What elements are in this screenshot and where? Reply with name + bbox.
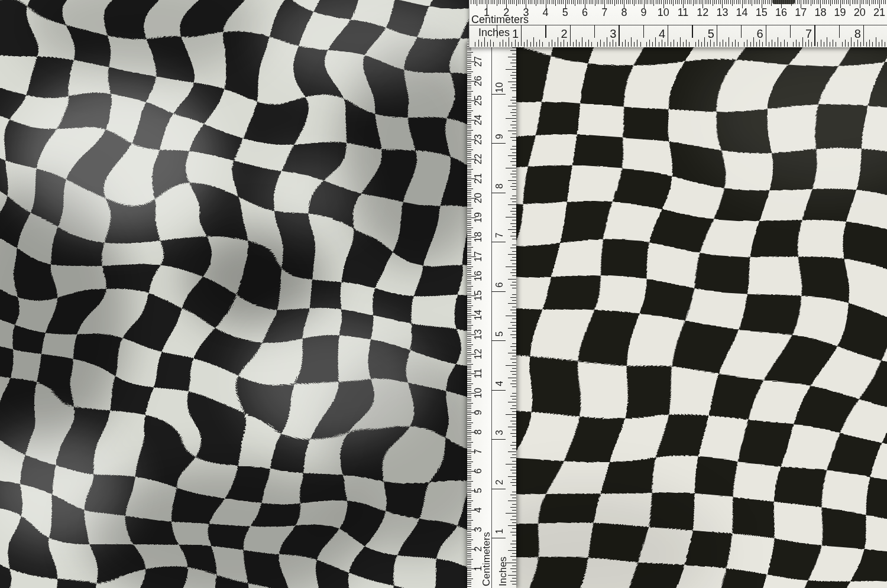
inch-tick-mark [478,40,479,47]
inch-tick-mark [545,25,546,38]
inch-tick-mark [784,40,785,47]
inch-tick-mark [588,40,589,47]
inch-tick-mark [555,42,555,47]
inch-tick-mark [512,165,517,165]
inch-tick-mark [836,42,836,47]
inch-tick-mark [508,57,516,57]
inch-tick-mark [640,42,641,47]
inch-tick-mark [842,42,843,47]
inch-tick-mark [491,143,506,144]
inch-tick-mark [582,37,582,47]
inch-tick-mark [512,54,517,54]
inch-tick-mark [512,134,517,134]
inch-tick-mark [701,42,702,47]
inch-tick-mark [766,25,766,46]
inch-number: 2 [561,28,568,40]
inch-tick-mark [512,97,517,98]
inch-tick-mark [508,402,516,402]
inch-tick-mark [854,42,854,47]
inch-tick-mark [811,42,812,47]
inch-number: 9 [495,134,504,139]
inch-tick-mark [530,42,531,47]
inch-tick-mark [610,42,610,47]
inch-tick-mark [508,427,516,427]
inch-tick-mark [628,42,629,47]
inch-tick-mark [508,229,516,230]
inch-tick-mark [510,125,517,125]
inch-tick-mark [510,568,517,569]
inch-tick-mark [704,37,705,47]
inch-tick-mark [508,204,516,205]
inch-tick-mark [860,42,861,47]
inch-tick-mark [512,245,517,245]
inch-tick-mark [512,183,517,184]
inch-tick-mark [796,40,797,47]
inch-tick-mark [512,208,517,209]
inch-tick-mark [512,454,517,455]
fabric-product-photo: 1234567891011121314151617181920212223242… [0,0,887,588]
inch-tick-mark [882,40,882,47]
horizontal-centimeters-label: Centimeters [471,14,529,25]
inch-number: 5 [708,28,714,40]
inch-tick-mark [512,362,517,363]
inch-tick-mark [738,42,739,47]
inch-tick-mark [683,42,684,47]
inch-tick-mark [750,42,751,47]
inch-tick-mark [512,399,517,399]
inch-tick-mark [512,331,517,332]
inch-tick-mark [622,42,623,47]
inch-tick-mark [510,161,517,162]
inch-tick-mark [579,42,580,47]
inch-tick-mark [637,40,637,47]
inch-tick-mark [510,495,517,495]
inch-tick-mark [512,90,517,91]
inch-tick-mark [604,42,604,47]
inch-tick-mark [781,42,781,47]
inch-tick-mark [510,433,517,434]
horizontal-inch-scale: 12345678 [470,0,887,47]
inch-tick-mark [512,103,517,103]
inch-tick-mark [512,72,517,73]
inch-tick-mark [506,168,516,168]
inch-tick-mark [753,37,754,47]
inch-tick-mark [710,40,711,47]
inch-tick-mark [863,25,864,46]
inch-tick-mark [698,40,699,47]
inch-tick-mark [506,267,516,267]
inch-tick-mark [508,303,516,304]
inch-tick-mark [775,42,775,47]
inch-tick-mark [510,421,517,421]
inch-tick-mark [512,121,517,122]
inch-tick-mark [512,449,517,449]
inch-tick-mark [793,42,794,47]
inch-tick-mark [799,42,799,47]
inch-tick-mark [686,40,687,47]
inch-tick-mark [475,42,475,47]
inch-number: 8 [495,183,504,189]
inch-number: 4 [659,28,665,40]
inch-tick-mark [613,40,613,47]
inch-tick-mark [508,501,516,501]
inch-tick-mark [508,82,516,82]
vertical-inch-scale: 1234567891011 [467,43,516,588]
inch-tick-mark [512,473,517,473]
inch-tick-mark [671,42,671,47]
inch-tick-mark [512,251,517,252]
inch-tick-mark [512,264,517,264]
inch-tick-mark [573,42,574,47]
inch-tick-mark [512,282,517,282]
inch-tick-mark [521,25,522,46]
inch-tick-mark [506,42,506,47]
inch-tick-mark [512,405,517,406]
inch-tick-mark [680,37,681,47]
inch-tick-mark [500,42,500,47]
vertical-centimeters-label: Centimeters [481,532,491,586]
inch-tick-mark [723,40,723,47]
inch-tick-mark [527,40,527,47]
inch-tick-mark [756,42,757,47]
inch-tick-mark [512,60,517,60]
inch-tick-mark [689,42,689,47]
inch-tick-mark [510,63,517,63]
inch-tick-mark [510,112,517,113]
inch-tick-mark [512,393,517,394]
